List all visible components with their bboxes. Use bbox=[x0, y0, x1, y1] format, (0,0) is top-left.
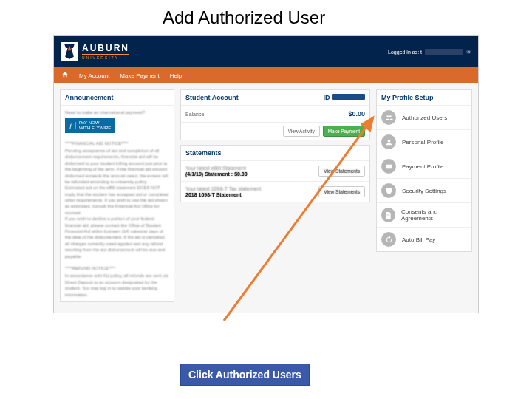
profile-panel: My Profile Setup Authorized Users Person… bbox=[376, 89, 472, 252]
profile-item-label: Payment Profile bbox=[402, 163, 443, 170]
brand-logo-icon bbox=[61, 42, 78, 61]
view-statements-button[interactable]: View Statements bbox=[318, 186, 365, 197]
statement-line1: Your latest eBill Statement bbox=[185, 166, 246, 171]
statements-panel: Statements Your latest eBill Statement (… bbox=[180, 145, 370, 202]
person-icon bbox=[381, 134, 396, 149]
flywire-label: PAY NOW WITH FLYWIRE bbox=[79, 120, 111, 130]
profile-payment[interactable]: Payment Profile bbox=[377, 154, 471, 179]
announcement-intro: Need to make an international payment? bbox=[65, 109, 169, 115]
nav-my-account[interactable]: My Account bbox=[79, 72, 109, 79]
financial-aid-body: Pending acceptance of aid and completion… bbox=[65, 148, 169, 259]
refresh-icon bbox=[381, 232, 396, 247]
content-area: Announcement Need to make an internation… bbox=[54, 83, 478, 313]
logout-icon[interactable]: ⎋ bbox=[466, 50, 471, 54]
statement-line1: Your latest 1098-T Tax statement bbox=[185, 186, 261, 191]
svg-rect-3 bbox=[387, 214, 390, 215]
profile-item-label: Personal Profile bbox=[402, 139, 443, 146]
announcement-title: Announcement bbox=[61, 90, 174, 106]
statement-row: Your latest eBill Statement (4/1/19) Sta… bbox=[181, 161, 369, 182]
profile-authorized-users[interactable]: Authorized Users bbox=[377, 106, 471, 130]
profile-item-label: Security Settings bbox=[402, 188, 446, 194]
right-column: My Profile Setup Authorized Users Person… bbox=[376, 89, 472, 307]
username-redacted bbox=[425, 49, 463, 55]
profile-security[interactable]: Security Settings bbox=[377, 179, 471, 203]
nav-help[interactable]: Help bbox=[170, 72, 182, 79]
flywire-button[interactable]: f PAY NOW WITH FLYWIRE bbox=[65, 118, 115, 132]
refund-head: ****REFUND NOTICE**** bbox=[65, 265, 169, 271]
student-account-panel: Student Account ID Balance $0.00 View Ac… bbox=[180, 89, 370, 140]
profile-item-label: Consents and Agreements bbox=[401, 208, 467, 222]
brand-subtitle: UNIVERSITY bbox=[82, 54, 129, 60]
logged-in-label: Logged in as: t bbox=[388, 50, 422, 55]
view-statements-button[interactable]: View Statements bbox=[318, 166, 365, 177]
card-icon bbox=[381, 159, 396, 174]
refund-body: In accordance with AU policy, all refund… bbox=[65, 273, 169, 298]
nav-make-payment[interactable]: Make Payment bbox=[120, 72, 159, 79]
svg-rect-1 bbox=[386, 164, 392, 168]
nav-bar: My Account Make Payment Help bbox=[54, 67, 478, 83]
svg-rect-2 bbox=[386, 166, 392, 166]
id-redacted bbox=[332, 94, 365, 100]
make-payment-button[interactable]: Make Payment bbox=[323, 126, 365, 137]
view-activity-button[interactable]: View Activity bbox=[283, 126, 320, 137]
svg-point-0 bbox=[387, 139, 390, 142]
slide-title: Add Authorized User bbox=[0, 0, 532, 35]
shield-icon bbox=[381, 183, 396, 198]
login-info: Logged in as: t ⎋ bbox=[388, 49, 471, 55]
svg-rect-4 bbox=[387, 215, 390, 216]
profile-title: My Profile Setup bbox=[377, 90, 471, 106]
statement-line2: (4/1/19) Statement : $0.00 bbox=[185, 171, 248, 177]
statement-line2: 2018 1098-T Statement bbox=[185, 192, 261, 197]
brand-name: AUBURN bbox=[82, 44, 129, 52]
student-account-title: Student Account bbox=[185, 94, 239, 101]
balance-label: Balance bbox=[185, 112, 204, 117]
app-frame: AUBURN UNIVERSITY Logged in as: t ⎋ My A… bbox=[53, 35, 479, 313]
profile-item-label: Auto Bill Pay bbox=[402, 236, 435, 243]
profile-autobill[interactable]: Auto Bill Pay bbox=[377, 228, 471, 251]
users-icon bbox=[381, 110, 396, 125]
student-id: ID bbox=[323, 94, 365, 101]
statement-row: Your latest 1098-T Tax statement 2018 10… bbox=[181, 182, 369, 202]
left-column: Announcement Need to make an internation… bbox=[60, 89, 174, 307]
middle-column: Student Account ID Balance $0.00 View Ac… bbox=[180, 89, 370, 307]
announcement-panel: Announcement Need to make an internation… bbox=[60, 89, 174, 302]
callout-box: Click Authorized Users bbox=[180, 364, 310, 386]
profile-consents[interactable]: Consents and Agreements bbox=[377, 203, 471, 228]
balance-value: $0.00 bbox=[348, 110, 365, 117]
financial-aid-head: ****FINANCIAL AID NOTICE**** bbox=[65, 140, 169, 146]
doc-icon bbox=[381, 208, 395, 222]
profile-item-label: Authorized Users bbox=[402, 115, 447, 121]
flywire-icon: f bbox=[69, 122, 76, 129]
home-icon[interactable] bbox=[61, 71, 69, 80]
profile-personal[interactable]: Personal Profile bbox=[377, 130, 471, 154]
brand[interactable]: AUBURN UNIVERSITY bbox=[61, 42, 129, 61]
statements-title: Statements bbox=[181, 146, 369, 161]
top-bar: AUBURN UNIVERSITY Logged in as: t ⎋ bbox=[54, 36, 478, 67]
